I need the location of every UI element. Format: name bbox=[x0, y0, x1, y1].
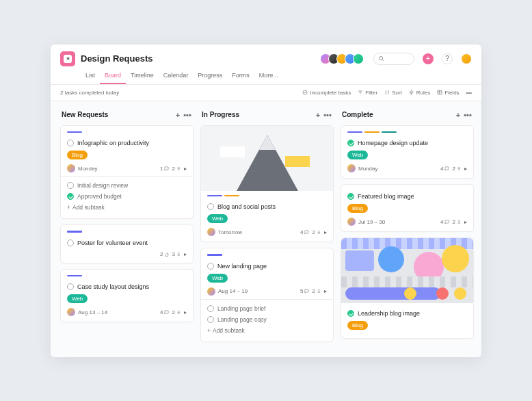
app-logo: ★ bbox=[60, 51, 75, 66]
assignee-avatar[interactable] bbox=[67, 164, 75, 172]
task-card[interactable]: Blog and social postsWebTomorrow4 2 ▸ bbox=[200, 125, 334, 243]
complete-checkbox[interactable] bbox=[67, 182, 74, 189]
task-tag[interactable]: Web bbox=[207, 274, 228, 283]
task-tag[interactable]: Web bbox=[67, 294, 88, 303]
task-title: Homepage design update bbox=[358, 140, 428, 146]
task-title-row: New landing page bbox=[207, 260, 327, 272]
member-avatars[interactable] bbox=[323, 53, 364, 64]
complete-checkbox[interactable] bbox=[207, 263, 214, 270]
due-date: Jul 19 – 30 bbox=[358, 219, 385, 225]
card-labels bbox=[67, 231, 187, 233]
comment-count: 4 bbox=[300, 229, 308, 235]
add-task-button[interactable]: + bbox=[313, 110, 323, 120]
tab-list[interactable]: List bbox=[81, 69, 100, 84]
subtask-row[interactable]: Approved budget bbox=[67, 191, 187, 202]
task-tag[interactable]: Web bbox=[207, 214, 228, 223]
status-text: 2 tasks completed today bbox=[60, 90, 119, 96]
task-tag[interactable]: Blog bbox=[347, 204, 368, 213]
card-cover-image bbox=[341, 238, 473, 303]
complete-checkbox[interactable] bbox=[347, 310, 354, 317]
subtask-count: 2 bbox=[312, 288, 321, 294]
task-title-row: Case study layout designs bbox=[67, 281, 187, 293]
task-card[interactable]: Poster for volunteer event2 3 ▸ bbox=[60, 224, 194, 263]
tab-progress[interactable]: Progress bbox=[193, 69, 227, 84]
subtask-count: 2 bbox=[453, 166, 461, 172]
subtask-row[interactable]: Initial design review bbox=[67, 180, 187, 191]
complete-checkbox[interactable] bbox=[67, 240, 74, 246]
card-labels bbox=[207, 254, 327, 256]
tab-forms[interactable]: Forms bbox=[227, 69, 254, 84]
add-subtask-button[interactable]: + Add subtask bbox=[207, 325, 327, 336]
subtask-row[interactable]: Landing page brief bbox=[207, 303, 327, 314]
more-button[interactable]: ••• bbox=[466, 90, 472, 96]
view-tabs: ListBoardTimelineCalendarProgressFormsMo… bbox=[81, 69, 472, 84]
subtask-row[interactable]: Landing page copy bbox=[207, 314, 327, 325]
task-tag[interactable]: Web bbox=[347, 151, 368, 159]
due-date: Monday bbox=[358, 166, 377, 172]
help-button[interactable]: ? bbox=[442, 53, 453, 64]
assignee-avatar[interactable] bbox=[207, 228, 215, 236]
column-title: New Requests bbox=[62, 111, 108, 118]
caret-icon: ▸ bbox=[184, 309, 187, 315]
tab-timeline[interactable]: Timeline bbox=[126, 69, 159, 84]
fields-button[interactable]: Fields bbox=[437, 90, 459, 96]
task-title: Blog and social posts bbox=[217, 203, 276, 210]
column-menu-button[interactable]: ••• bbox=[463, 110, 473, 120]
assignee-avatar[interactable] bbox=[347, 218, 356, 226]
incomplete-tasks-toggle[interactable]: Incomplete tasks bbox=[302, 90, 351, 96]
card-cover-image bbox=[201, 126, 333, 191]
tab-calendar[interactable]: Calendar bbox=[159, 69, 194, 84]
task-title-row: Infographic on productivity bbox=[67, 137, 187, 149]
column-menu-button[interactable]: ••• bbox=[183, 110, 192, 120]
task-title-row: Blog and social posts bbox=[207, 200, 327, 213]
sort-button[interactable]: Sort bbox=[384, 90, 402, 96]
plus-icon: + bbox=[67, 204, 70, 211]
svg-rect-2 bbox=[438, 90, 442, 94]
due-date: Aug 14 – 19 bbox=[218, 288, 248, 294]
tab-more[interactable]: More... bbox=[254, 69, 283, 84]
rules-button[interactable]: Rules bbox=[409, 90, 430, 96]
complete-checkbox[interactable] bbox=[207, 316, 214, 323]
subtask-title: Initial design review bbox=[77, 182, 128, 189]
card-labels bbox=[67, 131, 187, 133]
task-card[interactable]: Leadership blog imageBlog bbox=[341, 237, 474, 339]
caret-icon: ▸ bbox=[464, 219, 467, 225]
search-input[interactable] bbox=[373, 53, 414, 65]
task-card[interactable]: New landing pageWebAug 14 – 195 2 ▸Landi… bbox=[200, 248, 334, 342]
assignee-avatar[interactable] bbox=[67, 308, 75, 316]
card-labels bbox=[67, 275, 187, 277]
task-card[interactable]: Case study layout designsWebAug 13 – 144… bbox=[60, 269, 194, 323]
task-tag[interactable]: Blog bbox=[67, 151, 88, 159]
complete-checkbox[interactable] bbox=[67, 283, 74, 290]
caret-icon: ▸ bbox=[184, 251, 187, 257]
avatar[interactable] bbox=[353, 53, 364, 64]
complete-checkbox[interactable] bbox=[347, 140, 354, 146]
add-task-button[interactable]: + bbox=[453, 110, 463, 120]
column-menu-button[interactable]: ••• bbox=[323, 110, 332, 120]
column-title: Complete bbox=[342, 111, 373, 118]
add-button[interactable]: + bbox=[423, 53, 434, 64]
assignee-avatar[interactable] bbox=[347, 164, 356, 172]
complete-checkbox[interactable] bbox=[67, 140, 74, 146]
complete-checkbox[interactable] bbox=[347, 193, 354, 200]
complete-checkbox[interactable] bbox=[67, 193, 74, 200]
page-title: Design Requests bbox=[81, 53, 152, 64]
filter-button[interactable]: Filter bbox=[358, 90, 377, 96]
tab-board[interactable]: Board bbox=[100, 69, 126, 84]
user-avatar[interactable] bbox=[461, 53, 472, 64]
board: New Requests+•••Infographic on productiv… bbox=[51, 101, 481, 357]
assignee-avatar[interactable] bbox=[207, 287, 215, 296]
complete-checkbox[interactable] bbox=[207, 203, 214, 210]
add-task-button[interactable]: + bbox=[173, 110, 183, 120]
task-title-row: Leadership blog image bbox=[347, 307, 467, 320]
subtask-count: 2 bbox=[172, 309, 181, 315]
add-subtask-button[interactable]: + Add subtask bbox=[67, 202, 187, 213]
task-card[interactable]: Featured blog imageBlogJul 19 – 304 2 ▸ bbox=[341, 184, 474, 232]
complete-checkbox[interactable] bbox=[207, 305, 214, 312]
comment-count: 4 bbox=[160, 309, 168, 315]
task-card[interactable]: Homepage design updateWebMonday4 2 ▸ bbox=[341, 125, 474, 179]
task-tag[interactable]: Blog bbox=[347, 321, 368, 330]
task-title-row: Homepage design update bbox=[347, 137, 467, 149]
task-card[interactable]: Infographic on productivityBlogMonday1 2… bbox=[60, 125, 194, 220]
caret-icon: ▸ bbox=[184, 166, 187, 172]
